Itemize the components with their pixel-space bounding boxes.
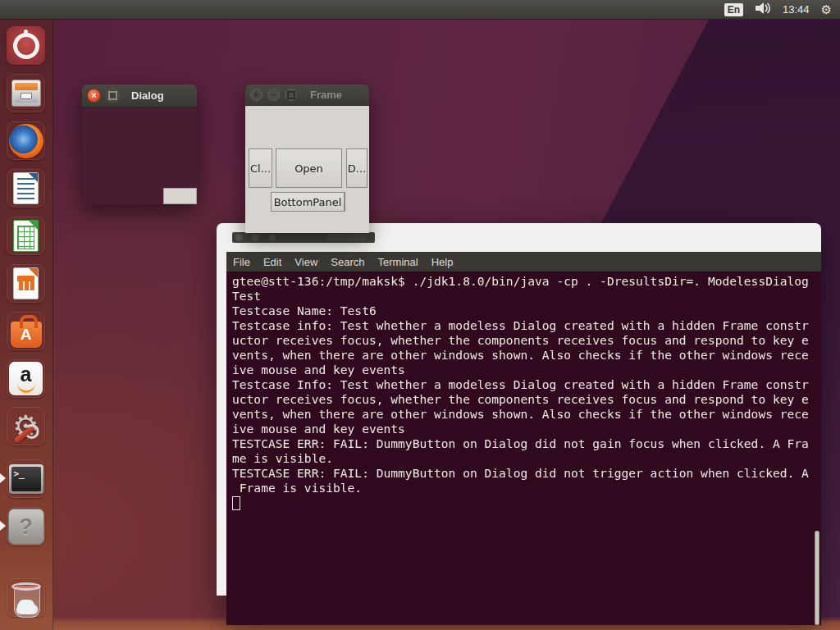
top-panel: En 13:44 ⚙ — [0, 0, 840, 20]
firefox-icon — [9, 124, 43, 158]
menu-help[interactable]: Help — [425, 256, 460, 268]
dialog-window: × Dialog — [82, 84, 197, 203]
terminal-scrollbar[interactable] — [815, 531, 819, 625]
close-icon[interactable]: × — [250, 89, 262, 101]
menu-file[interactable]: File — [226, 256, 257, 268]
clock[interactable]: 13:44 — [783, 3, 810, 16]
trash-icon — [12, 582, 40, 617]
dialog-titlebar[interactable]: × Dialog — [82, 84, 197, 107]
file-cabinet-icon — [11, 80, 41, 107]
volume-icon[interactable] — [755, 2, 771, 18]
launcher-item-files[interactable] — [7, 74, 45, 112]
frame-title: Frame — [310, 89, 342, 101]
terminal-line: Test — [232, 289, 821, 304]
launcher-item-amazon[interactable]: a — [7, 359, 45, 398]
session-gear-icon[interactable]: ⚙ — [821, 3, 832, 16]
terminal-line: Frame is visible. — [232, 481, 821, 495]
launcher-item-ubuntu-dash[interactable] — [7, 26, 45, 65]
bottom-panel-button[interactable]: BottomPanel — [271, 192, 345, 212]
terminal-icon: >_ — [9, 464, 43, 494]
occluded-window-titlebar — [232, 232, 375, 243]
settings-gear-icon: ⚙ — [8, 409, 44, 445]
launcher-item-system-settings[interactable]: ⚙ — [7, 407, 45, 445]
launcher-item-trash[interactable] — [7, 578, 45, 617]
terminal-output[interactable]: gtee@stt-136:/tmp/maksk$ ./jdk1.8.0/bin/… — [226, 272, 821, 625]
unity-launcher: A a ⚙ >_ ? — [0, 20, 53, 630]
amazon-icon: a — [9, 362, 43, 395]
writer-icon — [13, 172, 39, 204]
calc-icon — [13, 220, 39, 252]
terminal-window: File Edit View Search Terminal Help gtee… — [217, 223, 821, 625]
dialog-title: Dialog — [131, 89, 164, 102]
launcher-item-java-test-app[interactable]: ? — [7, 507, 45, 546]
impress-icon — [13, 267, 39, 299]
terminal-line: Testcase Name: Test6 — [232, 304, 821, 318]
running-indicator-terminal — [0, 473, 6, 483]
launcher-item-software-center[interactable]: A — [7, 312, 45, 350]
menu-edit[interactable]: Edit — [257, 256, 288, 268]
launcher-item-libreoffice-writer[interactable] — [7, 169, 45, 208]
dummy-button[interactable] — [163, 188, 197, 204]
dialog-body — [82, 107, 197, 204]
terminal-line: me is visible. — [232, 451, 821, 466]
frame-window: × − Frame Cl... Open D... BottomPanel — [245, 84, 369, 232]
terminal-line: ive mouse and key events — [232, 422, 821, 436]
menu-view[interactable]: View — [288, 256, 324, 268]
question-mark-icon: ? — [8, 509, 44, 545]
terminal-line: TESTCASE ERR: FAIL: DummyButton on Dialo… — [232, 466, 821, 481]
terminal-left-border — [217, 252, 226, 596]
launcher-item-libreoffice-calc[interactable] — [7, 217, 45, 255]
terminal-line: uctor receives focus, whether the compon… — [232, 392, 821, 407]
launcher-item-firefox[interactable] — [7, 121, 45, 160]
terminal-line: TESTCASE ERR: FAIL: DummyButton on Dialo… — [232, 436, 821, 451]
maximize-icon[interactable] — [285, 89, 297, 101]
terminal-cursor — [232, 496, 240, 510]
menu-search[interactable]: Search — [324, 256, 371, 268]
close-icon[interactable]: × — [87, 89, 101, 103]
keyboard-layout-indicator[interactable]: En — [724, 3, 743, 16]
frame-titlebar[interactable]: × − Frame — [245, 84, 369, 106]
launcher-item-terminal[interactable]: >_ — [7, 459, 45, 498]
terminal-line: Testcase info: Test whether a modeless D… — [232, 318, 821, 333]
running-indicator-java-app — [0, 521, 6, 531]
software-center-icon: A — [11, 322, 42, 348]
frame-body: Cl... Open D... BottomPanel — [245, 106, 369, 233]
terminal-line: ive mouse and key events — [232, 363, 821, 377]
terminal-line: vents, when there are other windows show… — [232, 348, 821, 363]
terminal-line: uctor receives focus, whether the compon… — [232, 333, 821, 348]
d-button[interactable]: D... — [346, 148, 368, 188]
ubuntu-dash-icon — [7, 26, 45, 65]
terminal-menubar: File Edit View Search Terminal Help — [226, 252, 821, 272]
launcher-item-libreoffice-impress[interactable] — [7, 264, 45, 303]
terminal-line: vents, when there are other windows show… — [232, 407, 821, 422]
open-button[interactable]: Open — [276, 148, 342, 188]
terminal-line: Testcase Info: Test whether a modeless D… — [232, 377, 821, 392]
menu-terminal[interactable]: Terminal — [372, 256, 425, 268]
minimize-icon[interactable]: − — [267, 89, 280, 101]
clear-button[interactable]: Cl... — [249, 148, 272, 188]
terminal-line: gtee@stt-136:/tmp/maksk$ ./jdk1.8.0/bin/… — [232, 274, 821, 289]
terminal-cursor-line — [232, 495, 821, 510]
maximize-icon[interactable] — [106, 89, 120, 103]
